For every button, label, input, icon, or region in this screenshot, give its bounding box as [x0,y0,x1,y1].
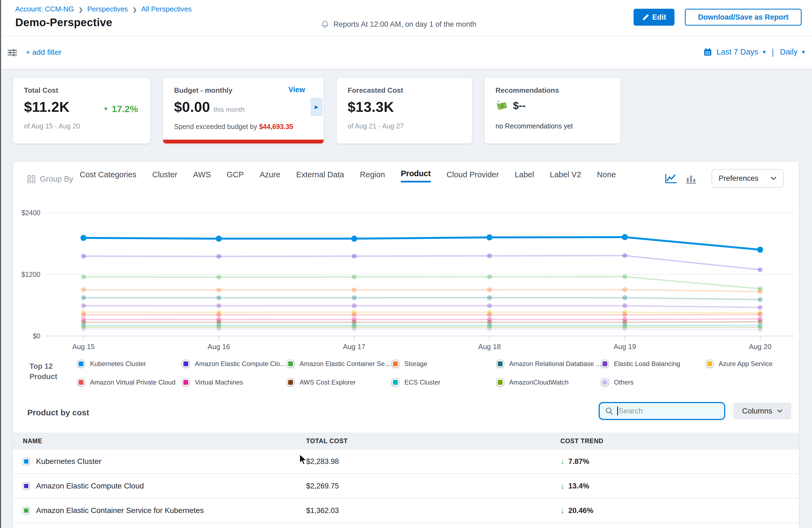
legend-item-amazon-elastic-container-se[interactable]: Amazon Elastic Container Se... [287,358,392,370]
add-filter-button[interactable]: + add filter [26,48,62,57]
legend-item-aws-cost-explorer[interactable]: AWS Cost Explorer [287,376,392,388]
series-point-amazon-elastic-compute-cloud[interactable] [487,253,492,258]
legend-item-others[interactable]: Others [601,376,706,388]
legend-item-storage[interactable]: Storage [392,358,497,370]
legend-item-kubernetes-cluster[interactable]: Kubernetes Cluster [77,358,182,370]
series-point-others[interactable] [352,326,357,331]
series-point-elastic-load-balancing[interactable] [487,303,492,308]
series-point-storage[interactable] [622,287,627,292]
column-header-cost-trend[interactable]: COST TREND [561,438,799,445]
series-point-others[interactable] [622,326,627,331]
line-chart-icon[interactable] [665,174,677,186]
series-point-amazon-elastic-compute-cloud[interactable] [622,253,627,258]
edit-button[interactable]: Edit [634,9,675,26]
tab-aws[interactable]: AWS [193,170,211,184]
series-point-amazon-relational-database-service[interactable] [622,295,627,300]
tab-label-v2[interactable]: Label V2 [550,170,581,184]
series-point-amazon-relational-database-service[interactable] [81,295,86,300]
breadcrumb-account-link[interactable]: Account: CCM-NG [15,5,74,13]
series-point-kubernetes-cluster[interactable] [81,235,87,241]
series-point-amazon-virtual-private-cloud[interactable] [81,312,86,317]
series-point-elastic-load-balancing[interactable] [81,303,86,308]
column-header-total-cost[interactable]: TOTAL COST [306,438,561,445]
series-line-azure-app-service[interactable] [84,312,760,313]
tab-cloud-provider[interactable]: Cloud Provider [447,170,499,184]
series-line-others[interactable] [84,329,760,330]
series-point-amazon-elastic-container-service-for-kubernetes[interactable] [352,274,357,279]
series-point-kubernetes-cluster[interactable] [487,234,493,240]
series-point-others[interactable] [81,326,86,331]
breadcrumb-all-perspectives-link[interactable]: All Perspectives [141,5,192,13]
series-point-amazon-elastic-compute-cloud[interactable] [81,254,86,259]
series-point-amazon-elastic-compute-cloud[interactable] [216,254,221,259]
series-point-kubernetes-cluster[interactable] [622,234,628,240]
series-point-amazon-relational-database-service[interactable] [216,295,221,300]
search-box[interactable] [599,402,725,420]
series-point-amazon-elastic-container-service-for-kubernetes[interactable] [216,275,221,280]
table-row-kubernetes-cluster[interactable]: Kubernetes Cluster$2,283.98↓7.87% [13,450,799,474]
tab-gcp[interactable]: GCP [227,170,244,184]
tab-label[interactable]: Label [514,170,534,184]
legend-item-virtual-machines[interactable]: Virtual Machines [182,376,287,388]
series-point-kubernetes-cluster[interactable] [216,236,222,241]
series-point-amazon-elastic-container-service-for-kubernetes[interactable] [81,274,86,279]
legend-item-amazon-virtual-private-cloud[interactable]: Amazon Virtual Private Cloud [77,376,182,388]
series-point-amazon-relational-database-service[interactable] [352,295,357,300]
series-point-storage[interactable] [758,289,763,294]
column-header-name[interactable]: NAME [13,438,306,445]
filter-sliders-icon[interactable] [7,48,17,59]
legend-item-amazon-elastic-compute-clo[interactable]: Amazon Elastic Compute Clo... [182,358,287,370]
series-point-storage[interactable] [81,288,86,292]
budget-expand-button[interactable]: ▶ [310,98,322,116]
series-point-kubernetes-cluster[interactable] [351,236,357,241]
date-range-selector[interactable]: Last 7 Days ▾ [704,47,766,57]
series-point-amazon-relational-database-service[interactable] [758,297,763,302]
series-line-elastic-load-balancing[interactable] [84,306,760,307]
series-line-kubernetes-cluster[interactable] [84,237,760,250]
tab-cluster[interactable]: Cluster [152,170,177,184]
series-point-storage[interactable] [487,288,492,292]
series-point-elastic-load-balancing[interactable] [216,303,221,308]
series-point-others[interactable] [216,326,221,331]
tab-none[interactable]: None [597,170,616,184]
cost-line-chart[interactable]: $0$1200$2400Aug 15Aug 16Aug 17Aug 18Aug … [13,203,799,353]
series-point-elastic-load-balancing[interactable] [758,305,763,310]
series-point-elastic-load-balancing[interactable] [352,303,357,308]
legend-item-amazoncloudwatch[interactable]: AmazonCloudWatch [497,376,601,388]
series-line-amazon-virtual-private-cloud[interactable] [84,314,760,315]
series-line-amazon-elastic-container-service-for-kubernetes[interactable] [84,277,760,289]
preferences-dropdown[interactable]: Preferences [712,169,784,188]
download-save-report-button[interactable]: Download/Save as Report [685,9,802,26]
tab-external-data[interactable]: External Data [296,170,344,184]
bar-chart-icon[interactable] [686,174,696,186]
series-line-amazon-relational-database-service[interactable] [84,298,760,300]
table-row-amazon-elastic-compute-cloud[interactable]: Amazon Elastic Compute Cloud$2,269.75↓13… [13,474,799,499]
series-point-storage[interactable] [352,288,357,292]
series-line-storage[interactable] [84,290,760,292]
series-point-others[interactable] [758,327,763,332]
tab-azure[interactable]: Azure [260,170,280,184]
tab-cost-categories[interactable]: Cost Categories [80,170,136,184]
granularity-selector[interactable]: Daily ▾ [780,47,805,57]
series-point-kubernetes-cluster[interactable] [757,247,763,253]
table-row-amazon-elastic-container-service-for-kubernetes[interactable]: Amazon Elastic Container Service for Kub… [13,499,799,523]
budget-view-link[interactable]: View [288,86,305,94]
legend-item-elastic-load-balancing[interactable]: Elastic Load Balancing [601,358,706,370]
series-point-amazon-elastic-container-service-for-kubernetes[interactable] [622,274,627,279]
legend-item-amazon-relational-database[interactable]: Amazon Relational Database ... [497,358,601,370]
tab-product[interactable]: Product [401,169,431,182]
series-line-aws-cost-explorer[interactable] [84,322,760,322]
legend-item-ecs-cluster[interactable]: ECS Cluster [392,376,497,388]
series-point-amazon-virtual-private-cloud[interactable] [622,312,627,317]
series-point-elastic-load-balancing[interactable] [622,303,627,308]
series-line-amazon-elastic-compute-cloud[interactable] [84,255,760,270]
search-input[interactable] [619,407,711,415]
series-point-amazon-relational-database-service[interactable] [487,295,492,300]
tab-region[interactable]: Region [360,170,385,184]
series-line-virtual-machines[interactable] [84,319,760,320]
series-point-others[interactable] [487,326,492,331]
columns-dropdown[interactable]: Columns [734,402,791,420]
series-point-storage[interactable] [216,288,221,292]
series-point-amazon-elastic-compute-cloud[interactable] [352,254,357,259]
legend-item-azure-app-service[interactable]: Azure App Service [706,358,811,370]
